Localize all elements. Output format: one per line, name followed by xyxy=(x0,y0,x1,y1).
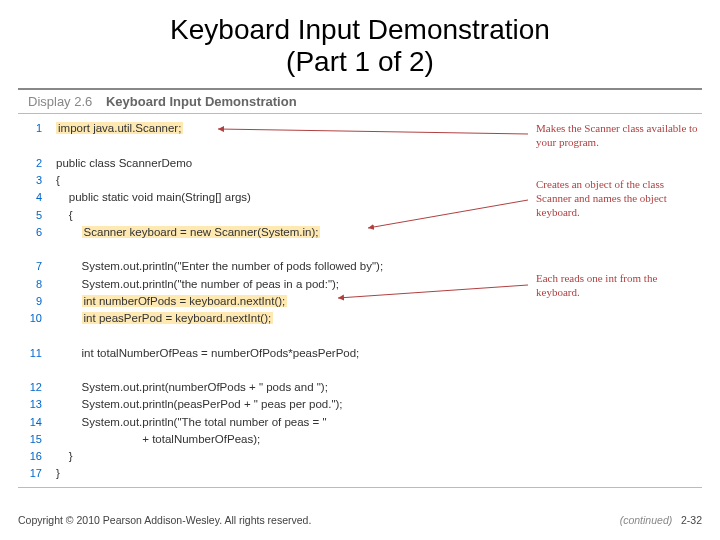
code-line: 6 Scanner keyboard = new Scanner(System.… xyxy=(18,224,702,241)
code-text: } xyxy=(56,465,60,482)
code-text: public static void main(String[] args) xyxy=(56,189,251,206)
code-line: 13 System.out.println(peasPerPod + " pea… xyxy=(18,396,702,413)
title-line-2: (Part 1 of 2) xyxy=(286,46,434,77)
continued-label: (continued) xyxy=(620,514,673,526)
code-line: 14 System.out.println("The total number … xyxy=(18,414,702,431)
code-text: { xyxy=(56,172,60,189)
display-caption: Keyboard Input Demonstration xyxy=(106,94,297,109)
line-number: 4 xyxy=(18,189,56,206)
line-number: 11 xyxy=(18,345,56,362)
page-number: 2-32 xyxy=(681,514,702,526)
line-number: 5 xyxy=(18,207,56,224)
code-text: import java.util.Scanner; xyxy=(56,120,183,137)
code-line xyxy=(18,327,702,344)
code-line: 16 } xyxy=(18,448,702,465)
line-number: 16 xyxy=(18,448,56,465)
line-number: 13 xyxy=(18,396,56,413)
code-line xyxy=(18,362,702,379)
line-number: 6 xyxy=(18,224,56,241)
code-text: int totalNumberOfPeas = numberOfPods*pea… xyxy=(56,345,359,362)
annotation-scanner-import: Makes the Scanner class available to you… xyxy=(536,122,698,150)
code-line: 11 int totalNumberOfPeas = numberOfPods*… xyxy=(18,345,702,362)
line-number: 3 xyxy=(18,172,56,189)
code-line: 17} xyxy=(18,465,702,482)
code-text: System.out.print(numberOfPods + " pods a… xyxy=(56,379,328,396)
code-line: 12 System.out.print(numberOfPods + " pod… xyxy=(18,379,702,396)
highlighted-code: import java.util.Scanner; xyxy=(56,122,183,134)
code-text xyxy=(56,362,59,379)
code-line: 15 + totalNumberOfPeas); xyxy=(18,431,702,448)
code-text: public class ScannerDemo xyxy=(56,155,192,172)
code-text xyxy=(56,241,59,258)
code-text: { xyxy=(56,207,73,224)
code-text: Scanner keyboard = new Scanner(System.in… xyxy=(56,224,320,241)
code-text xyxy=(56,138,59,155)
line-number: 14 xyxy=(18,414,56,431)
display-header: Display 2.6 Keyboard Input Demonstration xyxy=(18,88,702,114)
code-text xyxy=(56,327,59,344)
copyright-text: Copyright © 2010 Pearson Addison-Wesley.… xyxy=(18,514,311,526)
code-text: int peasPerPod = keyboard.nextInt(); xyxy=(56,310,273,327)
code-text: } xyxy=(56,448,73,465)
slide: Keyboard Input Demonstration (Part 1 of … xyxy=(0,0,720,540)
code-text: + totalNumberOfPeas); xyxy=(56,431,260,448)
slide-title: Keyboard Input Demonstration (Part 1 of … xyxy=(0,0,720,78)
annotation-nextint: Each reads one int from the keyboard. xyxy=(536,272,698,300)
highlighted-code: int peasPerPod = keyboard.nextInt(); xyxy=(82,312,274,324)
line-number: 15 xyxy=(18,431,56,448)
footer: Copyright © 2010 Pearson Addison-Wesley.… xyxy=(18,514,702,526)
highlighted-code: Scanner keyboard = new Scanner(System.in… xyxy=(82,226,321,238)
display-label: Display 2.6 xyxy=(28,94,92,109)
code-listing: Makes the Scanner class available to you… xyxy=(18,120,702,482)
line-number: 12 xyxy=(18,379,56,396)
highlighted-code: int numberOfPods = keyboard.nextInt(); xyxy=(82,295,288,307)
line-number: 2 xyxy=(18,155,56,172)
bottom-rule xyxy=(18,487,702,488)
code-text: System.out.println("The total number of … xyxy=(56,414,327,431)
code-line: 10 int peasPerPod = keyboard.nextInt(); xyxy=(18,310,702,327)
code-text: System.out.println(peasPerPod + " peas p… xyxy=(56,396,343,413)
code-text: System.out.println("the number of peas i… xyxy=(56,276,339,293)
line-number: 7 xyxy=(18,258,56,275)
annotation-scanner-object: Creates an object of the class Scanner a… xyxy=(536,178,698,219)
title-line-1: Keyboard Input Demonstration xyxy=(170,14,550,45)
line-number: 1 xyxy=(18,120,56,137)
line-number: 9 xyxy=(18,293,56,310)
code-line xyxy=(18,241,702,258)
code-line: 2public class ScannerDemo xyxy=(18,155,702,172)
line-number: 8 xyxy=(18,276,56,293)
line-number: 17 xyxy=(18,465,56,482)
code-text: int numberOfPods = keyboard.nextInt(); xyxy=(56,293,287,310)
line-number: 10 xyxy=(18,310,56,327)
code-text: System.out.println("Enter the number of … xyxy=(56,258,383,275)
